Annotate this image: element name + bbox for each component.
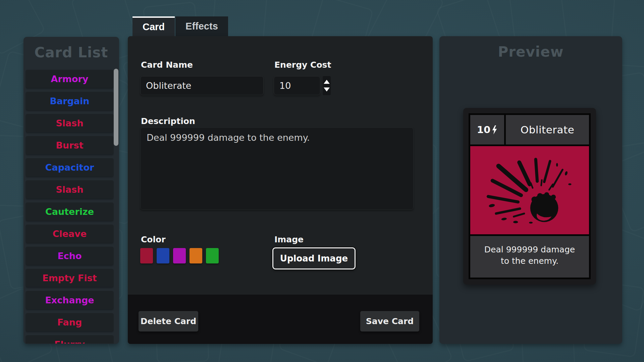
card-list-item-label: Slash xyxy=(56,184,83,195)
stepper-up-button[interactable] xyxy=(323,79,330,84)
card-preview: 10 Obliterate xyxy=(463,108,596,285)
editor-bottom-bar: Delete Card Save Card xyxy=(128,295,433,344)
preview-cost-box: 10 xyxy=(470,115,504,144)
save-card-button[interactable]: Save Card xyxy=(360,311,419,331)
card-list-item[interactable]: Fang xyxy=(25,313,114,331)
preview-card-description: Deal 999999 damage to the enemy. xyxy=(470,236,589,278)
color-swatch-green[interactable] xyxy=(206,248,219,263)
preview-panel: Preview 10 Obliterate xyxy=(439,36,622,344)
arrow-down-icon xyxy=(324,87,330,92)
card-name-label: Card Name xyxy=(141,60,193,70)
card-list-item-label: Capacitor xyxy=(45,162,94,173)
tab-bar: Card Effects xyxy=(132,16,228,36)
card-list-item[interactable]: Armory xyxy=(25,70,114,88)
card-list-item[interactable]: Empty Fist xyxy=(25,269,114,287)
color-swatch-row xyxy=(140,248,219,263)
energy-cost-input[interactable] xyxy=(274,76,320,95)
card-list-panel: Card List Armory Bargain Slash Burst Cap… xyxy=(23,37,119,344)
energy-icon xyxy=(492,125,497,134)
card-list-item-label: Bargain xyxy=(50,96,89,106)
color-label: Color xyxy=(141,235,166,244)
preview-cost-value: 10 xyxy=(477,124,490,135)
card-list-scrollbar-thumb[interactable] xyxy=(114,69,118,146)
card-preview-frame: 10 Obliterate xyxy=(469,113,591,279)
delete-card-button[interactable]: Delete Card xyxy=(139,311,198,331)
tab-effects[interactable]: Effects xyxy=(175,16,228,36)
card-list-item[interactable]: Flurry xyxy=(25,335,114,344)
card-list-item-label: Cauterize xyxy=(45,206,94,217)
card-list-item-label: Slash xyxy=(56,118,83,128)
card-list-item-label: Burst xyxy=(56,140,83,150)
card-list-item-label: Flurry xyxy=(54,339,85,344)
card-list-item[interactable]: Cauterize xyxy=(25,202,114,221)
card-list-item[interactable]: Bargain xyxy=(25,92,114,110)
card-name-input[interactable] xyxy=(140,76,264,95)
card-list-item-label: Exchange xyxy=(45,295,94,305)
preview-title: Preview xyxy=(439,44,622,60)
explosion-icon xyxy=(474,154,586,227)
description-label: Description xyxy=(141,116,195,126)
energy-cost-stepper xyxy=(323,76,331,95)
color-swatch-blue[interactable] xyxy=(157,248,169,263)
color-swatch-crimson[interactable] xyxy=(140,248,153,263)
energy-cost-label: Energy Cost xyxy=(274,60,331,70)
card-list-item[interactable]: Slash xyxy=(25,180,114,198)
tab-card[interactable]: Card xyxy=(132,16,175,36)
card-list-item[interactable]: Slash xyxy=(25,114,114,132)
image-label: Image xyxy=(274,235,304,244)
card-list-item[interactable]: Exchange xyxy=(25,291,114,309)
card-list-item[interactable]: Burst xyxy=(25,136,114,154)
card-preview-header: 10 Obliterate xyxy=(470,115,589,144)
arrow-up-icon xyxy=(324,80,330,84)
preview-card-art xyxy=(470,146,589,234)
card-list: Armory Bargain Slash Burst Capacitor Sla… xyxy=(25,70,114,344)
card-editor-panel: Card Name Energy Cost Description Deal 9… xyxy=(128,36,433,344)
card-list-item[interactable]: Capacitor xyxy=(25,158,114,176)
card-list-item-label: Empty Fist xyxy=(42,273,97,283)
card-list-item-label: Fang xyxy=(57,317,82,327)
card-list-item[interactable]: Echo xyxy=(25,247,114,265)
app-window: Card List Armory Bargain Slash Burst Cap… xyxy=(0,0,644,362)
card-list-item-label: Armory xyxy=(51,74,89,84)
upload-image-button[interactable]: Upload Image xyxy=(272,247,356,269)
description-input[interactable]: Deal 999999 damage to the enemy. xyxy=(140,127,414,210)
stepper-down-button[interactable] xyxy=(323,87,330,92)
preview-card-name: Obliterate xyxy=(506,115,589,144)
card-list-item-label: Cleave xyxy=(53,229,87,239)
card-list-item[interactable]: Cleave xyxy=(25,225,114,243)
color-swatch-orange[interactable] xyxy=(190,248,202,263)
color-swatch-purple[interactable] xyxy=(173,248,186,263)
card-list-title: Card List xyxy=(23,44,119,61)
card-list-item-label: Echo xyxy=(57,251,82,261)
